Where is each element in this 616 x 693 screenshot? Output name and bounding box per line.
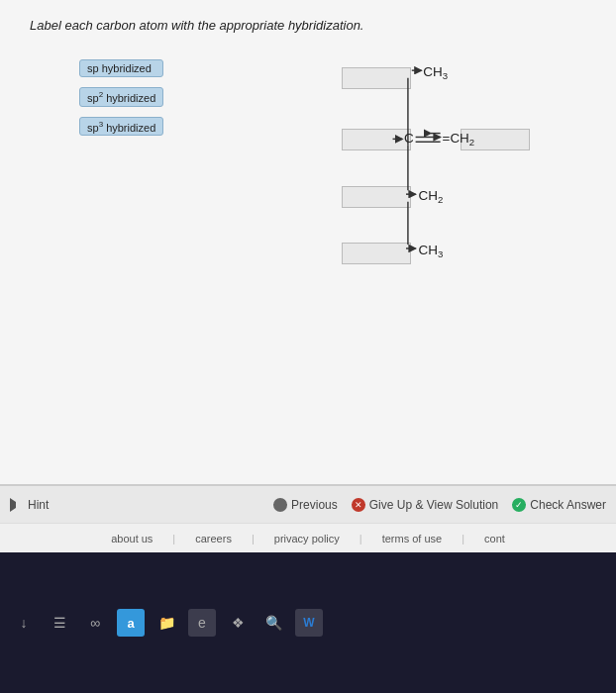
check-answer-button[interactable]: ✓ Check Answer [512,498,606,512]
action-buttons: Previous ✕ Give Up & View Solution ✓ Che… [273,498,606,512]
previous-icon [273,498,287,512]
svg-text:C: C [404,131,414,146]
footer-sep-4: | [462,533,464,544]
footer-bar: about us | careers | privacy policy | te… [0,523,616,552]
footer-sep-1: | [172,533,175,544]
taskbar-search-icon[interactable]: 🔍 [259,609,287,637]
taskbar: ↓ ☰ ∞ a 📁 e ❖ 🔍 W [0,552,616,693]
footer-terms[interactable]: terms of use [382,533,443,544]
hint-button[interactable]: Hint [10,498,49,512]
svg-text:CH3: CH3 [419,243,444,259]
previous-button[interactable]: Previous [273,498,338,512]
sp-label: sp hybridized [79,59,163,77]
giveup-icon: ✕ [352,498,365,512]
taskbar-word-icon[interactable]: W [295,609,323,637]
question-text: Label each carbon atom with the appropri… [30,18,364,33]
hint-play-icon [10,498,24,512]
hint-label: Hint [28,498,49,512]
sp3-label: sp3 hybridized [79,117,163,137]
giveup-button[interactable]: ✕ Give Up & View Solution [352,498,499,512]
taskbar-folder-icon[interactable]: 📁 [153,609,180,637]
footer-contact[interactable]: cont [484,533,505,544]
bottom-bar: Hint Previous ✕ Give Up & View Solution … [0,485,616,523]
footer-about[interactable]: about us [111,533,153,544]
svg-text:=CH2: =CH2 [443,131,475,148]
content-area: Label each carbon atom with the appropri… [0,0,616,485]
molecule-diagram: CH3 C =CH2 CH2 CH3 [198,50,515,297]
previous-label: Previous [291,498,338,512]
taskbar-start-button[interactable]: a [117,609,145,637]
labels-panel: sp hybridized sp2 hybridized sp3 hybridi… [79,59,163,136]
svg-text:CH2: CH2 [419,188,444,205]
giveup-label: Give Up & View Solution [369,498,499,512]
taskbar-diamond-icon[interactable]: ❖ [224,609,252,637]
taskbar-down-icon[interactable]: ↓ [10,609,38,637]
footer-sep-2: | [252,533,255,544]
taskbar-menu-icon[interactable]: ☰ [46,609,73,637]
footer-careers[interactable]: careers [195,533,232,544]
svg-text:CH3: CH3 [423,64,448,81]
sp2-label: sp2 hybridized [79,87,163,107]
footer-sep-3: | [359,533,362,544]
taskbar-edge-icon[interactable]: e [188,609,216,637]
check-icon: ✓ [512,498,526,512]
molecule-area: CH3 C =CH2 CH2 CH3 [198,50,515,297]
footer-privacy[interactable]: privacy policy [274,533,340,544]
check-label: Check Answer [530,498,606,512]
taskbar-infinity-icon[interactable]: ∞ [81,609,109,637]
